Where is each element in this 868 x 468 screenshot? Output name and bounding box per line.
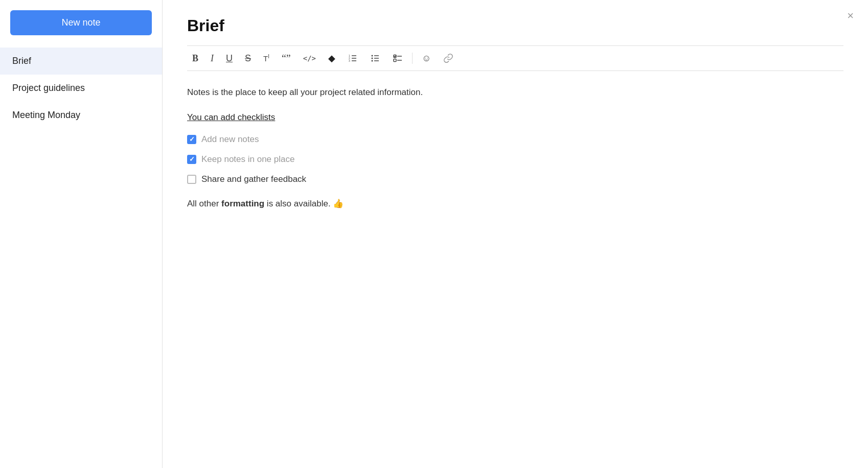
close-button[interactable]: × <box>847 10 854 21</box>
checkbox-1[interactable]: ✓ <box>187 155 196 164</box>
link-toolbar-button[interactable] <box>438 51 459 65</box>
quote-toolbar-button[interactable]: “” <box>277 51 296 65</box>
underline-toolbar-button[interactable]: U <box>221 52 238 65</box>
formatting-line: All other formatting is also available. … <box>187 197 843 212</box>
sidebar: New note BriefProject guidelinesMeeting … <box>0 0 163 468</box>
checkbox-0[interactable]: ✓ <box>187 135 196 144</box>
code-toolbar-button[interactable]: </> <box>298 53 321 64</box>
intro-paragraph: Notes is the place to keep all your proj… <box>187 85 843 100</box>
checkbox-check-icon: ✓ <box>189 154 195 165</box>
strikethrough-toolbar-button[interactable]: S <box>240 52 256 65</box>
bold-toolbar-button[interactable]: B <box>187 52 203 65</box>
checklist-item-label-2: Share and gather feedback <box>201 172 306 187</box>
svg-point-6 <box>372 55 373 57</box>
italic-toolbar-button[interactable]: I <box>205 52 219 65</box>
new-note-button[interactable]: New note <box>10 10 152 35</box>
checklist-item-1[interactable]: ✓Keep notes in one place <box>187 152 843 167</box>
emoji-toolbar-button[interactable]: ☺ <box>417 52 436 65</box>
svg-point-7 <box>372 58 373 59</box>
sidebar-item-meeting-monday[interactable]: Meeting Monday <box>0 102 162 129</box>
checklist-item-2[interactable]: Share and gather feedback <box>187 172 843 187</box>
note-content: Notes is the place to keep all your proj… <box>187 85 843 212</box>
toolbar-divider <box>412 53 413 64</box>
unordered-list-toolbar-button[interactable] <box>365 51 385 65</box>
color-toolbar-button[interactable]: ◆ <box>323 52 340 65</box>
main-content: × Brief BIUSTI“”</>◆123☺ Notes is the pl… <box>163 0 868 468</box>
sidebar-item-brief[interactable]: Brief <box>0 48 162 75</box>
note-title: Brief <box>187 16 843 35</box>
checklist-item-label-0: Add new notes <box>201 132 259 147</box>
toolbar: BIUSTI“”</>◆123☺ <box>187 45 843 71</box>
formatting-prefix: All other <box>187 199 221 208</box>
formatting-bold: formatting <box>221 199 264 208</box>
checklist-item-label-1: Keep notes in one place <box>201 152 294 167</box>
notes-list: BriefProject guidelinesMeeting Monday <box>0 48 162 129</box>
formatting-suffix: is also available. 👍 <box>264 199 344 208</box>
ordered-list-toolbar-button[interactable]: 123 <box>342 51 363 65</box>
svg-rect-14 <box>394 59 396 62</box>
checklist: ✓Add new notes✓Keep notes in one placeSh… <box>187 132 843 187</box>
checklist-heading: You can add checklists <box>187 110 275 125</box>
svg-point-8 <box>372 60 373 62</box>
checklist-item-0[interactable]: ✓Add new notes <box>187 132 843 147</box>
svg-text:3: 3 <box>349 59 350 62</box>
title-toolbar-button[interactable]: TI <box>258 52 275 64</box>
checkbox-2[interactable] <box>187 175 196 184</box>
sidebar-item-project-guidelines[interactable]: Project guidelines <box>0 75 162 102</box>
checklist-toolbar-toolbar-button[interactable] <box>387 51 408 65</box>
checkbox-check-icon: ✓ <box>189 134 195 145</box>
